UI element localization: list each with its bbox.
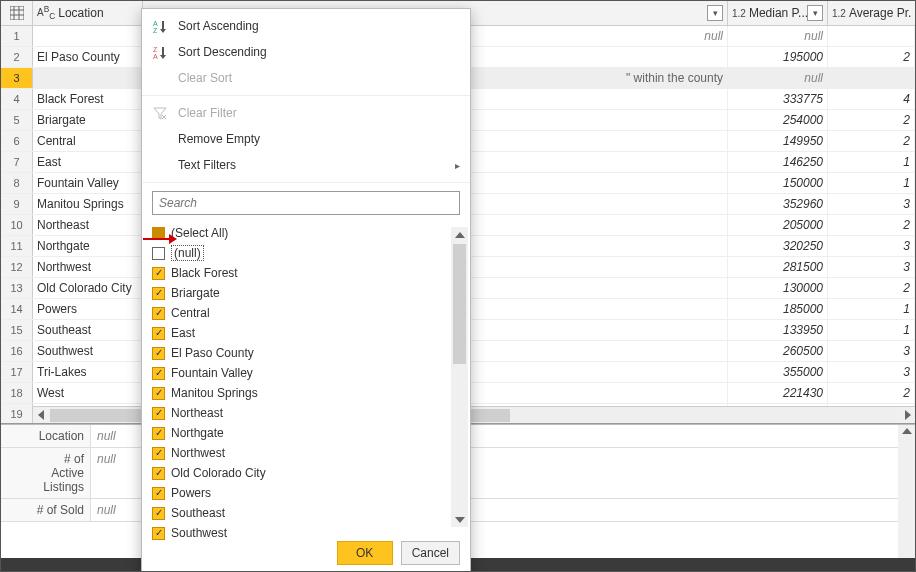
cell-median[interactable]: 281500 bbox=[728, 257, 828, 277]
cell-average[interactable]: 4 bbox=[828, 89, 915, 109]
filter-checkbox-item[interactable]: ✓Briargate bbox=[152, 283, 460, 303]
cell-median[interactable]: 352960 bbox=[728, 194, 828, 214]
filter-checkbox-item[interactable]: ✓Southwest bbox=[152, 523, 460, 543]
cell-average[interactable]: 2 bbox=[828, 215, 915, 235]
filter-checkbox-item[interactable]: ✓Northwest bbox=[152, 443, 460, 463]
cell-location[interactable]: Northgate bbox=[33, 236, 143, 256]
cell-location[interactable]: Old Colorado City bbox=[33, 278, 143, 298]
cell-average[interactable]: 3 bbox=[828, 362, 915, 382]
cell-average[interactable]: 2 bbox=[828, 131, 915, 151]
cell-median[interactable]: null bbox=[728, 68, 828, 88]
cell-median[interactable]: 320250 bbox=[728, 236, 828, 256]
cell-average[interactable]: 2 bbox=[828, 47, 915, 67]
cancel-button[interactable]: Cancel bbox=[401, 541, 460, 565]
menu-sort-descending[interactable]: ZA Sort Descending bbox=[142, 39, 470, 65]
filter-checkbox-item[interactable]: ✓East bbox=[152, 323, 460, 343]
cell-median[interactable]: 146250 bbox=[728, 152, 828, 172]
detail-vertical-scrollbar[interactable] bbox=[898, 425, 915, 561]
cell-average[interactable] bbox=[828, 26, 915, 46]
dropdown-icon[interactable]: ▾ bbox=[807, 5, 823, 21]
filter-list-scrollbar[interactable] bbox=[451, 227, 468, 527]
filter-checkbox-item[interactable]: (null) bbox=[152, 243, 460, 263]
filter-checkbox-item[interactable]: ✓Northgate bbox=[152, 423, 460, 443]
cell-location[interactable]: Black Forest bbox=[33, 89, 143, 109]
filter-search-input[interactable] bbox=[152, 191, 460, 215]
cell-median[interactable]: 205000 bbox=[728, 215, 828, 235]
cell-average[interactable]: 3 bbox=[828, 236, 915, 256]
cell-median[interactable]: 195000 bbox=[728, 47, 828, 67]
filter-checkbox-item[interactable]: ✓Powers bbox=[152, 483, 460, 503]
filter-item-label: Southeast bbox=[171, 506, 225, 520]
cell-average[interactable]: 1 bbox=[828, 173, 915, 193]
cell-location[interactable]: Fountain Valley bbox=[33, 173, 143, 193]
cell-median[interactable]: 185000 bbox=[728, 299, 828, 319]
cell-median[interactable]: 355000 bbox=[728, 362, 828, 382]
cell-median[interactable]: 260500 bbox=[728, 341, 828, 361]
cell-location[interactable]: Northwest bbox=[33, 257, 143, 277]
row-number: 6 bbox=[1, 131, 33, 151]
row-number: 5 bbox=[1, 110, 33, 130]
cell-average[interactable]: 2 bbox=[828, 383, 915, 403]
cell-average[interactable]: 1 bbox=[828, 152, 915, 172]
scroll-right-icon[interactable] bbox=[898, 407, 915, 424]
cell-average[interactable]: 1 bbox=[828, 299, 915, 319]
filter-item-label: Northgate bbox=[171, 426, 224, 440]
cell-location[interactable] bbox=[33, 26, 143, 46]
cell-median[interactable]: 130000 bbox=[728, 278, 828, 298]
filter-checkbox-item[interactable]: ✓Southeast bbox=[152, 503, 460, 523]
cell-median[interactable]: null bbox=[728, 26, 828, 46]
cell-average[interactable] bbox=[828, 68, 915, 88]
cell-median[interactable]: 254000 bbox=[728, 110, 828, 130]
checkbox-icon: ✓ bbox=[152, 367, 165, 380]
scroll-thumb[interactable] bbox=[453, 244, 466, 364]
cell-location[interactable] bbox=[33, 68, 143, 88]
dropdown-icon[interactable]: ▾ bbox=[707, 5, 723, 21]
menu-sort-ascending[interactable]: AZ Sort Ascending bbox=[142, 13, 470, 39]
cell-location[interactable]: El Paso County bbox=[33, 47, 143, 67]
cell-median[interactable]: 333775 bbox=[728, 89, 828, 109]
cell-location[interactable]: Southeast bbox=[33, 320, 143, 340]
cell-average[interactable]: 3 bbox=[828, 341, 915, 361]
scroll-left-icon[interactable] bbox=[33, 407, 50, 424]
scroll-up-icon[interactable] bbox=[902, 425, 912, 436]
filter-checkbox-item[interactable]: ✓Manitou Springs bbox=[152, 383, 460, 403]
cell-average[interactable]: 2 bbox=[828, 110, 915, 130]
column-header-label: Average Pr... bbox=[849, 6, 911, 20]
filter-checkbox-item[interactable]: (Select All) bbox=[152, 223, 460, 243]
cell-location[interactable]: Manitou Springs bbox=[33, 194, 143, 214]
cell-median[interactable]: 221430 bbox=[728, 383, 828, 403]
menu-label: Sort Ascending bbox=[178, 19, 259, 33]
column-header-location[interactable]: ABC Location bbox=[33, 1, 143, 25]
column-header-median[interactable]: 1.2 Median P... ▾ bbox=[728, 1, 828, 25]
cell-location[interactable]: Powers bbox=[33, 299, 143, 319]
column-header-average[interactable]: 1.2 Average Pr... bbox=[828, 1, 915, 25]
detail-label-location: Location bbox=[1, 425, 91, 447]
scroll-down-icon[interactable] bbox=[451, 510, 468, 527]
cell-location[interactable]: East bbox=[33, 152, 143, 172]
menu-remove-empty[interactable]: Remove Empty bbox=[142, 126, 470, 152]
cell-average[interactable]: 3 bbox=[828, 194, 915, 214]
cell-median[interactable]: 150000 bbox=[728, 173, 828, 193]
cell-average[interactable]: 2 bbox=[828, 278, 915, 298]
filter-checkbox-item[interactable]: ✓Northeast bbox=[152, 403, 460, 423]
cell-average[interactable]: 1 bbox=[828, 320, 915, 340]
filter-checkbox-item[interactable]: ✓Black Forest bbox=[152, 263, 460, 283]
cell-location[interactable]: Briargate bbox=[33, 110, 143, 130]
cell-location[interactable]: West bbox=[33, 383, 143, 403]
column-filter-popup: AZ Sort Ascending ZA Sort Descending Cle… bbox=[141, 8, 471, 572]
ok-button[interactable]: OK bbox=[337, 541, 393, 565]
cell-location[interactable]: Southwest bbox=[33, 341, 143, 361]
cell-location[interactable]: Northeast bbox=[33, 215, 143, 235]
filter-checkbox-item[interactable]: ✓Fountain Valley bbox=[152, 363, 460, 383]
filter-checkbox-item[interactable]: ✓El Paso County bbox=[152, 343, 460, 363]
filter-checkbox-item[interactable]: ✓Central bbox=[152, 303, 460, 323]
cell-average[interactable]: 3 bbox=[828, 257, 915, 277]
scroll-up-icon[interactable] bbox=[451, 227, 468, 244]
menu-text-filters[interactable]: Text Filters ▸ bbox=[142, 152, 470, 178]
cell-location[interactable]: Tri-Lakes bbox=[33, 362, 143, 382]
cell-median[interactable]: 149950 bbox=[728, 131, 828, 151]
cell-median[interactable]: 133950 bbox=[728, 320, 828, 340]
cell-location[interactable]: Central bbox=[33, 131, 143, 151]
filter-checkbox-item[interactable]: ✓Old Colorado City bbox=[152, 463, 460, 483]
table-icon-cell[interactable] bbox=[1, 1, 33, 25]
